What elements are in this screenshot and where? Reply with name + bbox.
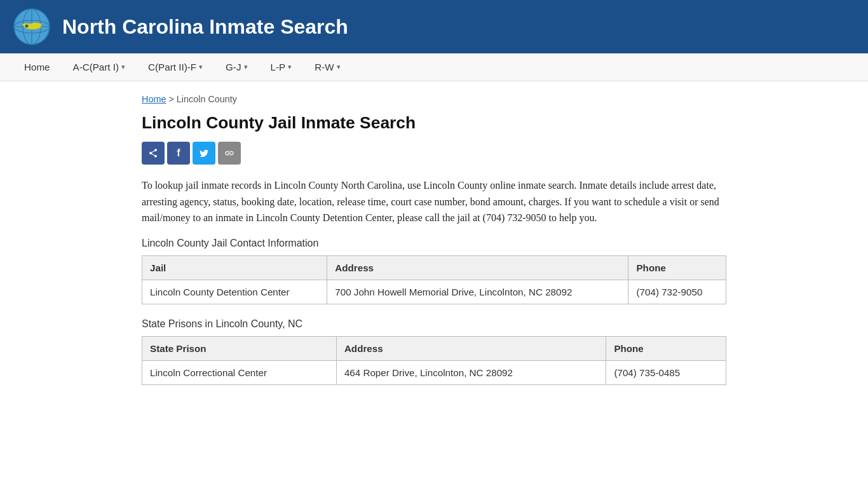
dropdown-arrow-1: ▾ (121, 63, 125, 71)
jail-table-heading: Lincoln County Jail Contact Information (142, 238, 726, 249)
dropdown-arrow-3: ▾ (244, 63, 248, 71)
social-share-bar: f (142, 142, 726, 165)
breadcrumb-home-link[interactable]: Home (142, 94, 166, 104)
link-icon (224, 148, 234, 158)
jail-col-address: Address (327, 255, 628, 280)
prison-col-phone: Phone (606, 336, 726, 360)
prison-name: Lincoln Correctional Center (142, 360, 337, 384)
dropdown-arrow-5: ▾ (337, 63, 341, 71)
breadcrumb: Home > Lincoln County (142, 94, 726, 104)
prison-phone: (704) 735-0485 (606, 360, 726, 384)
prison-col-address: Address (336, 336, 606, 360)
nav-c-part2-f[interactable]: C(Part II)-F ▾ (137, 54, 214, 80)
jail-contact-table: Jail Address Phone Lincoln County Detent… (142, 255, 726, 304)
prison-table-heading: State Prisons in Lincoln County, NC (142, 318, 726, 330)
jail-col-jail: Jail (142, 255, 327, 280)
prison-table-row: Lincoln Correctional Center 464 Roper Dr… (142, 360, 726, 384)
prison-address: 464 Roper Drive, Lincolnton, NC 28092 (336, 360, 606, 384)
jail-table-row: Lincoln County Detention Center 700 John… (142, 280, 726, 304)
prison-col-name: State Prison (142, 336, 337, 360)
breadcrumb-current: Lincoln County (177, 94, 237, 104)
prison-contact-table: State Prison Address Phone Lincoln Corre… (142, 336, 726, 385)
nav-a-c-part1[interactable]: A-C(Part I) ▾ (62, 54, 137, 80)
site-header: North Carolina Inmate Search (0, 0, 868, 53)
jail-address: 700 John Howell Memorial Drive, Lincolnt… (327, 280, 628, 304)
site-logo (13, 8, 51, 46)
svg-point-5 (25, 25, 29, 28)
page-title: Lincoln County Jail Inmate Search (142, 113, 726, 133)
copy-link-button[interactable] (218, 142, 241, 165)
main-nav: Home A-C(Part I) ▾ C(Part II)-F ▾ G-J ▾ … (0, 53, 868, 81)
site-title: North Carolina Inmate Search (62, 15, 348, 39)
facebook-label: f (177, 147, 180, 159)
dropdown-arrow-2: ▾ (199, 63, 203, 71)
dropdown-arrow-4: ▾ (288, 63, 292, 71)
page-description: To lookup jail inmate records in Lincoln… (142, 177, 726, 226)
breadcrumb-separator: > (168, 94, 173, 104)
nav-home[interactable]: Home (13, 54, 62, 80)
facebook-button[interactable]: f (167, 142, 190, 165)
nav-r-w[interactable]: R-W ▾ (303, 54, 351, 80)
main-content: Home > Lincoln County Lincoln County Jai… (123, 81, 745, 412)
jail-phone: (704) 732-9050 (628, 280, 726, 304)
nav-g-j[interactable]: G-J ▾ (214, 54, 259, 80)
share-button[interactable] (142, 142, 165, 165)
nav-l-p[interactable]: L-P ▾ (259, 54, 304, 80)
jail-col-phone: Phone (628, 255, 726, 280)
jail-name: Lincoln County Detention Center (142, 280, 327, 304)
twitter-button[interactable] (193, 142, 215, 165)
twitter-icon (199, 148, 209, 158)
share-icon (148, 148, 158, 158)
